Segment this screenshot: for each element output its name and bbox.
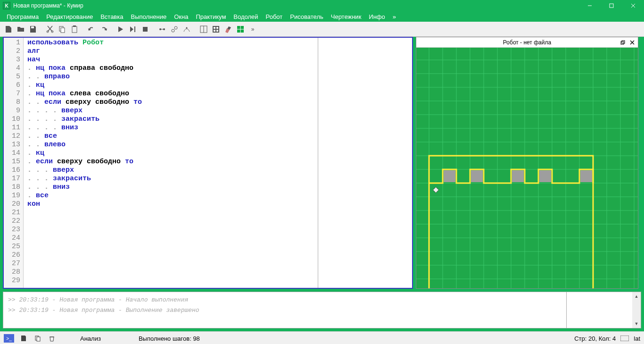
- more-icon[interactable]: »: [247, 24, 258, 35]
- undo-icon[interactable]: [86, 24, 97, 35]
- menu-item[interactable]: Окна: [170, 12, 192, 21]
- svg-rect-78: [580, 170, 592, 182]
- svg-rect-8: [61, 28, 65, 33]
- menu-item[interactable]: Программа: [3, 12, 42, 21]
- svg-rect-1: [610, 4, 613, 8]
- svg-point-17: [174, 26, 177, 29]
- console-pane: >> 20:33:19 - Новая программа - Начало в…: [3, 292, 641, 328]
- save-file-icon[interactable]: [27, 24, 39, 35]
- robot-close-icon[interactable]: [628, 39, 636, 46]
- status-cursor: Стр: 20, Кол: 4: [574, 335, 616, 342]
- svg-point-16: [172, 29, 174, 32]
- keyboard-icon[interactable]: [620, 334, 629, 343]
- console-line: >> 20:33:19 - Новая программа - Выполнен…: [8, 305, 561, 316]
- console-scrollbar[interactable]: ▲ ▼: [632, 292, 641, 328]
- svg-point-18: [186, 27, 188, 28]
- minimize-button[interactable]: [579, 0, 601, 11]
- stop-icon[interactable]: [140, 24, 151, 35]
- svg-rect-25: [216, 30, 218, 32]
- run-icon[interactable]: [115, 24, 126, 35]
- svg-rect-83: [620, 336, 629, 341]
- maximize-button[interactable]: [601, 0, 622, 11]
- paste-icon[interactable]: [69, 24, 80, 35]
- editor-right-panel: [318, 38, 412, 288]
- menu-item[interactable]: Выполнение: [127, 12, 170, 21]
- menu-item[interactable]: »: [389, 12, 400, 21]
- layout-icon-2[interactable]: [210, 24, 222, 35]
- copy-icon[interactable]: [57, 24, 68, 35]
- svg-rect-81: [37, 337, 40, 341]
- svg-rect-76: [512, 170, 524, 182]
- robot-restore-icon[interactable]: [619, 39, 627, 46]
- editor-pane: 1234567891011121314151617181920212223242…: [3, 37, 413, 289]
- svg-rect-77: [539, 170, 551, 182]
- svg-rect-29: [621, 42, 624, 44]
- titlebar: K Новая программа* - Кумир: [0, 0, 644, 11]
- status-analysis: Анализ: [80, 335, 101, 342]
- close-button[interactable]: [622, 0, 644, 11]
- console-line: >> 20:33:19 - Новая программа - Начало в…: [8, 295, 561, 305]
- menu-item[interactable]: Вставка: [97, 12, 127, 21]
- console-log[interactable]: >> 20:33:19 - Новая программа - Начало в…: [3, 292, 566, 328]
- svg-rect-9: [72, 26, 77, 33]
- svg-rect-74: [444, 170, 455, 182]
- robot-pane: Робот - нет файла: [416, 37, 638, 289]
- svg-rect-30: [622, 41, 625, 43]
- robot-title-text: Робот - нет файла: [503, 39, 551, 46]
- paint-icon[interactable]: [223, 24, 234, 35]
- app-icon: K: [3, 2, 10, 9]
- svg-rect-10: [73, 25, 76, 27]
- redo-icon[interactable]: [98, 24, 109, 35]
- svg-rect-23: [216, 27, 218, 29]
- tool-icon-3[interactable]: [181, 24, 192, 35]
- menu-item[interactable]: Водолей: [230, 12, 262, 21]
- tool-icon-1[interactable]: [157, 24, 168, 35]
- line-gutter: 1234567891011121314151617181920212223242…: [4, 38, 24, 288]
- menu-item[interactable]: Чертежник: [327, 12, 365, 21]
- svg-rect-24: [214, 30, 215, 32]
- scroll-down-icon[interactable]: ▼: [632, 319, 641, 328]
- new-file-icon[interactable]: [3, 24, 14, 35]
- layout-icon-1[interactable]: [198, 24, 209, 35]
- sb-trash-icon[interactable]: [47, 334, 57, 343]
- code-area[interactable]: 1234567891011121314151617181920212223242…: [4, 38, 412, 288]
- status-steps: Выполнено шагов: 98: [139, 335, 200, 342]
- open-file-icon[interactable]: [15, 24, 26, 35]
- svg-rect-11: [134, 26, 135, 32]
- menu-item[interactable]: Практикум: [192, 12, 230, 21]
- svg-rect-12: [143, 27, 148, 32]
- cut-icon[interactable]: [44, 24, 56, 35]
- scroll-up-icon[interactable]: ▲: [632, 292, 641, 301]
- sb-save-icon[interactable]: [19, 334, 28, 343]
- menu-item[interactable]: Редактирование: [42, 12, 97, 21]
- menu-item[interactable]: Рисователь: [286, 12, 327, 21]
- robot-field[interactable]: [416, 48, 638, 288]
- step-icon[interactable]: [127, 24, 139, 35]
- status-lang[interactable]: lat: [634, 335, 640, 342]
- console-toggle-icon[interactable]: >_: [4, 334, 14, 343]
- menubar: ПрограммаРедактированиеВставкаВыполнение…: [0, 11, 644, 22]
- menu-item[interactable]: Инфо: [365, 12, 388, 21]
- window-title: Новая программа* - Кумир: [13, 2, 579, 9]
- console-side-panel: [566, 292, 632, 328]
- statusbar: >_ Анализ Выполнено шагов: 98 Стр: 20, К…: [0, 331, 644, 344]
- robot-field-icon[interactable]: [235, 24, 246, 35]
- svg-rect-75: [471, 170, 483, 182]
- main-area: 1234567891011121314151617181920212223242…: [0, 37, 644, 292]
- svg-rect-4: [31, 26, 34, 28]
- toolbar: »: [0, 22, 644, 37]
- tool-icon-2[interactable]: [169, 24, 180, 35]
- robot-title-bar: Робот - нет файла: [416, 37, 638, 48]
- svg-rect-22: [214, 27, 215, 29]
- svg-point-5: [47, 31, 49, 33]
- sb-copy-icon[interactable]: [33, 334, 42, 343]
- menu-item[interactable]: Робот: [262, 12, 287, 21]
